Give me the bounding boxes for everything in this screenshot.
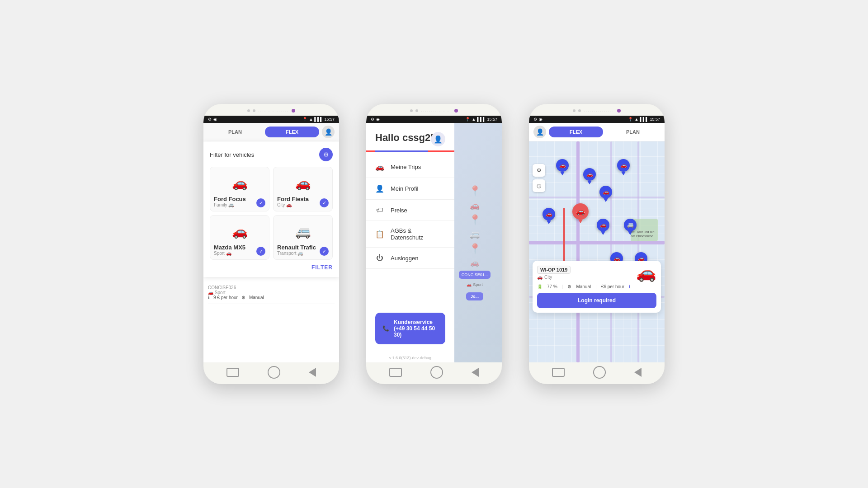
phone-1-status-bar: ⚙ ◉ 📍 ▲ ▌▌▌ 15:57 (203, 116, 339, 123)
map-container[interactable]: 🚗 🚗 🚗 🚗 🚗 (529, 141, 665, 362)
profile-icon-1[interactable]: 👤 (322, 126, 335, 138)
status-right-2: 📍 ▲ ▌▌▌ 15:57 (465, 117, 497, 122)
nav-circle-3[interactable] (593, 366, 606, 379)
circle-icon-3: ◉ (539, 117, 542, 122)
map-controls: ⚙ ◷ (533, 164, 545, 192)
map-pin-6[interactable]: 🚗 (597, 219, 609, 235)
vehicle-card-ford-fiesta[interactable]: 🚗 Ford Fiesta City 🚗 ✓ (273, 167, 333, 211)
wifi-icon-3: ▲ (634, 117, 638, 122)
menu-item-trips[interactable]: 🚗 Meine Trips (366, 156, 454, 178)
sport-tag-map: 🚗 Sport (467, 282, 483, 287)
nav-square-1[interactable] (226, 368, 239, 377)
transmission-popup: Manual (576, 284, 591, 289)
login-required-btn[interactable]: Login required (537, 293, 656, 308)
nav-square-2[interactable] (389, 368, 402, 377)
map-pin-2[interactable]: 🚗 (617, 159, 630, 175)
kundenservice-btn[interactable]: 📞 Kundenservice (+49 30 54 44 50 30) (375, 313, 445, 344)
map-pin-4[interactable]: 🚗 (556, 159, 569, 175)
wifi-icon-2: ▲ (472, 117, 476, 122)
menu-item-ausloggen[interactable]: ⏻ Ausloggen (366, 248, 454, 269)
speaker-grill-3: ............... (584, 108, 614, 113)
pin-car-4: 🚗 (556, 159, 569, 172)
separator-2: | (595, 284, 597, 289)
filter-map-btn[interactable]: ⚙ (533, 164, 545, 177)
nav-circle-1[interactable] (268, 366, 280, 379)
circle-icon-2: ◉ (376, 117, 380, 122)
nav-circle-2[interactable] (430, 366, 443, 379)
camera-dot-3 (617, 109, 621, 113)
tab-flex-1[interactable]: FLEX (265, 127, 319, 137)
camera-dot (292, 109, 295, 113)
profile-icon-3[interactable]: 👤 (533, 126, 546, 138)
popup-car-image: 🚗 (636, 263, 656, 282)
family-icon: 🚐 (228, 202, 234, 207)
menu-item-profil[interactable]: 👤 Mein Profil (366, 178, 454, 200)
pin-tri-6 (601, 231, 605, 235)
mazda-check: ✓ (256, 247, 265, 256)
menu-item-preise[interactable]: 🏷 Preise (366, 200, 454, 221)
renault-check: ✓ (320, 247, 329, 256)
nav-back-3[interactable] (634, 368, 642, 377)
ford-fiesta-image: 🚗 (277, 171, 329, 196)
tab-plan-3[interactable]: PLAN (606, 127, 660, 137)
time-p2: 15:57 (487, 117, 497, 122)
vehicle-card-mazda[interactable]: 🚗 Mazda MX5 Sport 🚗 ✓ (210, 215, 269, 260)
pin-tri-3 (604, 198, 608, 202)
pin-tri-5 (547, 221, 551, 224)
map-pin-selected[interactable]: 🚗 (572, 203, 589, 223)
settings-icon: ⚙ (208, 117, 212, 122)
family-label: Family (214, 202, 227, 207)
kundenservice-label: Kundenservice (394, 319, 438, 325)
dot-5 (573, 109, 576, 112)
menu-item-agb[interactable]: 📋 AGBs & Datenschutz (366, 221, 454, 248)
car-icon-map: 🚗 (467, 282, 472, 287)
sport-icon-1: 🚗 (226, 251, 231, 256)
status-right-3: 📍 ▲ ▌▌▌ 15:57 (628, 117, 660, 122)
battery-icon: 🔋 (537, 284, 542, 289)
filter-header: Filter for vehicles ⚙ (210, 148, 333, 161)
filter-action-btn[interactable]: FILTER (210, 260, 333, 271)
trips-label: Meine Trips (391, 164, 421, 170)
pin-tri-selected (578, 220, 583, 223)
profil-icon: 👤 (375, 184, 384, 193)
phone-1-tab-bar: PLAN FLEX 👤 (203, 123, 339, 141)
map-bg-p2: 📍 🚗 📍 🚐 📍 🚗 CONCISE01... 🚗 Sport Jo... (448, 123, 502, 362)
map-car-icon-1: 🚗 (470, 201, 480, 211)
status-left: ⚙ ◉ (208, 117, 217, 122)
sport-text-map: Sport (473, 282, 483, 287)
nav-back-2[interactable] (472, 368, 479, 377)
phone-1-screen: PLAN FLEX 👤 Filter for vehicles ⚙ 🚗 Ford… (203, 123, 339, 362)
wifi-icon: ▲ (309, 117, 313, 122)
map-pin-1[interactable]: 🚗 (583, 168, 596, 184)
ausloggen-label: Ausloggen (391, 255, 418, 262)
vehicle-card-ford-focus[interactable]: 🚗 Ford Focus Family 🚐 ✓ (210, 167, 269, 211)
ford-focus-check: ✓ (256, 198, 265, 207)
pin-car-3: 🚗 (599, 186, 612, 198)
car-icon-small: 🚗 (208, 290, 213, 295)
filter-icon-btn[interactable]: ⚙ (319, 148, 333, 161)
pin-tri-1 (587, 181, 592, 184)
speaker-grill: ............... (258, 108, 289, 113)
road-v-main (576, 141, 580, 362)
map-pin-3[interactable]: 🚗 (599, 186, 612, 202)
pin-tri-4 (560, 172, 565, 175)
signal-icon-2: ▌▌▌ (477, 117, 486, 122)
tab-plan-1[interactable]: PLAN (208, 127, 262, 137)
mazda-image: 🚗 (214, 219, 265, 244)
road-h-2 (529, 197, 665, 198)
status-left-3: ⚙ ◉ (533, 117, 542, 122)
transmission-icon: ⚙ (241, 295, 245, 300)
nav-back-1[interactable] (309, 368, 316, 377)
location-icon-3: 📍 (628, 117, 633, 122)
nav-square-3[interactable] (552, 368, 565, 377)
ford-focus-image: 🚗 (214, 171, 265, 196)
vehicle-card-renault[interactable]: 🚐 Renault Trafic Transport 🚐 ✓ (273, 215, 333, 260)
map-pin-icon-3: 📍 (469, 243, 481, 255)
agb-icon: 📋 (375, 230, 384, 239)
clock-map-btn[interactable]: ◷ (533, 179, 545, 192)
tab-flex-3[interactable]: FLEX (549, 127, 603, 137)
join-btn[interactable]: Jo... (466, 292, 483, 300)
map-pin-5[interactable]: 🚗 (542, 208, 555, 224)
car-popup: WI-OP 1019 🚗 City 🚗 🔋 77 % | ⚙ Manual | (533, 261, 661, 313)
info-icon: ℹ (208, 295, 210, 300)
